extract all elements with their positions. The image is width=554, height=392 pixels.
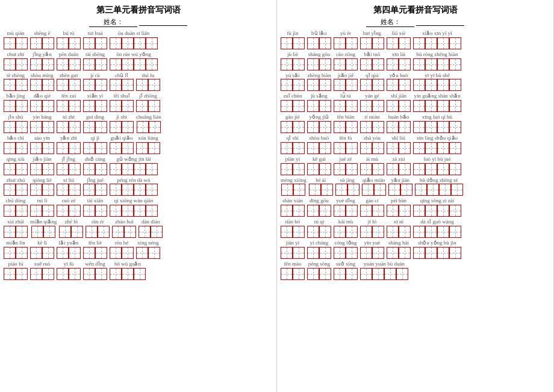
char-box[interactable]: [95, 58, 107, 70]
char-box[interactable]: [16, 37, 28, 49]
char-box[interactable]: [30, 58, 42, 70]
char-box[interactable]: [309, 184, 321, 196]
char-box[interactable]: [415, 184, 427, 196]
char-box[interactable]: [307, 142, 319, 154]
char-box[interactable]: [372, 268, 384, 280]
char-box[interactable]: [293, 226, 305, 238]
char-box[interactable]: [372, 163, 384, 175]
char-box[interactable]: [4, 121, 16, 133]
char-box[interactable]: [42, 79, 54, 91]
char-box[interactable]: [69, 163, 81, 175]
char-box[interactable]: [42, 163, 54, 175]
char-box[interactable]: [319, 163, 331, 175]
char-box[interactable]: [30, 37, 42, 49]
char-box[interactable]: [449, 247, 461, 259]
char-box[interactable]: [122, 247, 134, 259]
char-box[interactable]: [30, 205, 42, 217]
char-box[interactable]: [83, 163, 95, 175]
char-box[interactable]: [399, 226, 411, 238]
char-box[interactable]: [4, 184, 16, 196]
char-box[interactable]: [425, 121, 437, 133]
left-name-underline[interactable]: [139, 18, 187, 26]
char-box[interactable]: [387, 100, 399, 112]
char-box[interactable]: [346, 163, 358, 175]
char-box[interactable]: [334, 163, 346, 175]
char-box[interactable]: [110, 58, 122, 70]
char-box[interactable]: [346, 247, 358, 259]
char-box[interactable]: [134, 268, 146, 280]
char-box[interactable]: [69, 100, 81, 112]
char-box[interactable]: [425, 205, 437, 217]
char-box[interactable]: [149, 121, 161, 133]
char-box[interactable]: [425, 163, 437, 175]
char-box[interactable]: [399, 37, 411, 49]
char-box[interactable]: [30, 121, 42, 133]
char-box[interactable]: [319, 79, 331, 91]
char-box[interactable]: [307, 79, 319, 91]
char-box[interactable]: [69, 79, 81, 91]
char-box[interactable]: [346, 100, 358, 112]
char-box[interactable]: [110, 205, 122, 217]
char-box[interactable]: [86, 226, 98, 238]
char-box[interactable]: [16, 247, 28, 259]
char-box[interactable]: [110, 100, 122, 112]
char-box[interactable]: [122, 163, 134, 175]
char-box[interactable]: [57, 58, 69, 70]
char-box[interactable]: [57, 142, 69, 154]
char-box[interactable]: [110, 79, 122, 91]
char-box[interactable]: [334, 121, 346, 133]
char-box[interactable]: [413, 121, 425, 133]
char-box[interactable]: [83, 247, 95, 259]
char-box[interactable]: [387, 142, 399, 154]
char-box[interactable]: [4, 37, 16, 49]
char-box[interactable]: [319, 205, 331, 217]
char-box[interactable]: [413, 226, 425, 238]
char-box[interactable]: [134, 163, 146, 175]
char-box[interactable]: [4, 205, 16, 217]
char-box[interactable]: [31, 226, 43, 238]
char-box[interactable]: [413, 58, 425, 70]
char-box[interactable]: [57, 247, 69, 259]
char-box[interactable]: [307, 58, 319, 70]
char-box[interactable]: [347, 184, 359, 196]
char-box[interactable]: [281, 121, 293, 133]
char-box[interactable]: [110, 184, 122, 196]
char-box[interactable]: [319, 268, 331, 280]
char-box[interactable]: [449, 142, 461, 154]
char-box[interactable]: [148, 247, 160, 259]
char-box[interactable]: [4, 58, 16, 70]
char-box[interactable]: [451, 184, 463, 196]
char-box[interactable]: [83, 268, 95, 280]
char-box[interactable]: [146, 58, 158, 70]
char-box[interactable]: [134, 184, 146, 196]
char-box[interactable]: [281, 100, 293, 112]
char-box[interactable]: [59, 226, 71, 238]
char-box[interactable]: [399, 247, 411, 259]
char-box[interactable]: [42, 58, 54, 70]
char-box[interactable]: [319, 100, 331, 112]
char-box[interactable]: [69, 142, 81, 154]
char-box[interactable]: [334, 205, 346, 217]
char-box[interactable]: [122, 58, 134, 70]
char-box[interactable]: [425, 37, 437, 49]
char-box[interactable]: [388, 184, 400, 196]
char-box[interactable]: [122, 79, 134, 91]
char-box[interactable]: [372, 142, 384, 154]
char-box[interactable]: [346, 121, 358, 133]
char-box[interactable]: [43, 226, 55, 238]
char-box[interactable]: [413, 163, 425, 175]
char-box[interactable]: [346, 205, 358, 217]
char-box[interactable]: [122, 205, 134, 217]
char-box[interactable]: [413, 247, 425, 259]
char-box[interactable]: [83, 184, 95, 196]
char-box[interactable]: [360, 268, 372, 280]
char-box[interactable]: [30, 184, 42, 196]
char-box[interactable]: [136, 100, 148, 112]
char-box[interactable]: [30, 247, 42, 259]
char-box[interactable]: [281, 247, 293, 259]
char-box[interactable]: [293, 142, 305, 154]
char-box[interactable]: [307, 226, 319, 238]
char-box[interactable]: [151, 226, 163, 238]
char-box[interactable]: [334, 142, 346, 154]
char-box[interactable]: [293, 247, 305, 259]
